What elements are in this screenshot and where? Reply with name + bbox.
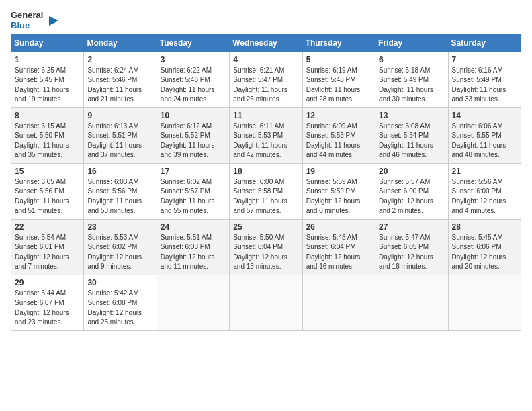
- day-cell-25: 25Sunrise: 5:50 AM Sunset: 6:04 PM Dayli…: [230, 219, 302, 275]
- day-cell-8: 8Sunrise: 6:15 AM Sunset: 5:50 PM Daylig…: [11, 107, 84, 163]
- day-number: 5: [306, 55, 371, 64]
- week-row-4: 22Sunrise: 5:54 AM Sunset: 6:01 PM Dayli…: [11, 219, 521, 275]
- day-detail: Sunrise: 5:59 AM Sunset: 5:59 PM Dayligh…: [306, 177, 371, 216]
- weekday-header-monday: Monday: [84, 34, 157, 52]
- weekday-header-tuesday: Tuesday: [157, 34, 229, 52]
- day-number: 15: [15, 167, 80, 176]
- day-detail: Sunrise: 6:24 AM Sunset: 5:46 PM Dayligh…: [87, 66, 152, 105]
- day-cell-12: 12Sunrise: 6:09 AM Sunset: 5:53 PM Dayli…: [302, 107, 375, 163]
- day-number: 12: [306, 111, 371, 120]
- day-number: 1: [15, 55, 80, 64]
- day-cell-27: 27Sunrise: 5:47 AM Sunset: 6:05 PM Dayli…: [375, 219, 448, 275]
- day-cell-11: 11Sunrise: 6:11 AM Sunset: 5:53 PM Dayli…: [230, 107, 302, 163]
- weekday-header-wednesday: Wednesday: [230, 34, 302, 52]
- day-detail: Sunrise: 6:19 AM Sunset: 5:48 PM Dayligh…: [306, 66, 371, 105]
- day-cell-21: 21Sunrise: 5:56 AM Sunset: 6:00 PM Dayli…: [448, 163, 521, 219]
- day-cell-28: 28Sunrise: 5:45 AM Sunset: 6:06 PM Dayli…: [448, 219, 521, 275]
- day-cell-22: 22Sunrise: 5:54 AM Sunset: 6:01 PM Dayli…: [11, 219, 84, 275]
- day-detail: Sunrise: 5:50 AM Sunset: 6:04 PM Dayligh…: [233, 233, 298, 272]
- day-number: 6: [379, 55, 444, 64]
- svg-marker-0: [49, 16, 58, 26]
- day-number: 20: [379, 167, 444, 176]
- day-detail: Sunrise: 6:25 AM Sunset: 5:45 PM Dayligh…: [15, 66, 80, 105]
- day-detail: Sunrise: 5:57 AM Sunset: 6:00 PM Dayligh…: [379, 177, 444, 216]
- day-detail: Sunrise: 6:09 AM Sunset: 5:53 PM Dayligh…: [306, 122, 371, 161]
- day-number: 28: [452, 222, 517, 232]
- day-cell-24: 24Sunrise: 5:51 AM Sunset: 6:03 PM Dayli…: [157, 219, 229, 275]
- weekday-header-row: SundayMondayTuesdayWednesdayThursdayFrid…: [11, 34, 521, 52]
- day-number: 22: [15, 222, 80, 232]
- weekday-header-sunday: Sunday: [11, 34, 84, 52]
- day-number: 27: [379, 222, 444, 232]
- day-detail: Sunrise: 5:47 AM Sunset: 6:05 PM Dayligh…: [379, 233, 444, 272]
- day-detail: Sunrise: 6:16 AM Sunset: 5:49 PM Dayligh…: [452, 66, 517, 105]
- day-cell-14: 14Sunrise: 6:06 AM Sunset: 5:55 PM Dayli…: [448, 107, 521, 163]
- empty-cell: [375, 275, 448, 330]
- page-header: General Blue: [11, 11, 521, 31]
- day-number: 17: [161, 167, 226, 176]
- day-number: 29: [15, 278, 80, 287]
- day-detail: Sunrise: 6:11 AM Sunset: 5:53 PM Dayligh…: [233, 122, 298, 161]
- day-number: 4: [233, 55, 298, 64]
- logo-container: General Blue: [11, 11, 60, 31]
- day-cell-7: 7Sunrise: 6:16 AM Sunset: 5:49 PM Daylig…: [448, 52, 521, 107]
- day-cell-6: 6Sunrise: 6:18 AM Sunset: 5:49 PM Daylig…: [375, 52, 448, 107]
- day-detail: Sunrise: 5:54 AM Sunset: 6:01 PM Dayligh…: [15, 233, 80, 272]
- day-cell-26: 26Sunrise: 5:48 AM Sunset: 6:04 PM Dayli…: [302, 219, 375, 275]
- day-cell-3: 3Sunrise: 6:22 AM Sunset: 5:46 PM Daylig…: [157, 52, 229, 107]
- logo-general: General: [11, 11, 43, 21]
- day-number: 14: [452, 111, 517, 120]
- empty-cell: [230, 275, 302, 330]
- day-number: 30: [87, 278, 152, 287]
- day-detail: Sunrise: 6:18 AM Sunset: 5:49 PM Dayligh…: [379, 66, 444, 105]
- day-cell-5: 5Sunrise: 6:19 AM Sunset: 5:48 PM Daylig…: [302, 52, 375, 107]
- day-detail: Sunrise: 6:00 AM Sunset: 5:58 PM Dayligh…: [233, 177, 298, 216]
- day-detail: Sunrise: 5:42 AM Sunset: 6:08 PM Dayligh…: [87, 289, 152, 328]
- day-number: 18: [233, 167, 298, 176]
- day-number: 7: [452, 55, 517, 64]
- logo-blue: Blue: [11, 21, 43, 31]
- empty-cell: [448, 275, 521, 330]
- day-number: 11: [233, 111, 298, 120]
- calendar-table: SundayMondayTuesdayWednesdayThursdayFrid…: [11, 34, 521, 331]
- day-detail: Sunrise: 6:02 AM Sunset: 5:57 PM Dayligh…: [161, 177, 226, 216]
- day-number: 3: [161, 55, 226, 64]
- empty-cell: [157, 275, 229, 330]
- day-cell-17: 17Sunrise: 6:02 AM Sunset: 5:57 PM Dayli…: [157, 163, 229, 219]
- day-number: 9: [87, 111, 152, 120]
- logo: General Blue: [11, 11, 60, 31]
- day-cell-4: 4Sunrise: 6:21 AM Sunset: 5:47 PM Daylig…: [230, 52, 302, 107]
- day-cell-16: 16Sunrise: 6:03 AM Sunset: 5:56 PM Dayli…: [84, 163, 157, 219]
- weekday-header-saturday: Saturday: [448, 34, 521, 52]
- week-row-1: 1Sunrise: 6:25 AM Sunset: 5:45 PM Daylig…: [11, 52, 521, 107]
- weekday-header-friday: Friday: [375, 34, 448, 52]
- day-number: 23: [87, 222, 152, 232]
- day-detail: Sunrise: 6:21 AM Sunset: 5:47 PM Dayligh…: [233, 66, 298, 105]
- day-cell-10: 10Sunrise: 6:12 AM Sunset: 5:52 PM Dayli…: [157, 107, 229, 163]
- day-number: 24: [161, 222, 226, 232]
- day-number: 25: [233, 222, 298, 232]
- day-cell-2: 2Sunrise: 6:24 AM Sunset: 5:46 PM Daylig…: [84, 52, 157, 107]
- day-cell-30: 30Sunrise: 5:42 AM Sunset: 6:08 PM Dayli…: [84, 275, 157, 330]
- day-number: 19: [306, 167, 371, 176]
- day-detail: Sunrise: 5:48 AM Sunset: 6:04 PM Dayligh…: [306, 233, 371, 272]
- day-number: 13: [379, 111, 444, 120]
- day-number: 21: [452, 167, 517, 176]
- day-detail: Sunrise: 5:53 AM Sunset: 6:02 PM Dayligh…: [87, 233, 152, 272]
- day-cell-9: 9Sunrise: 6:13 AM Sunset: 5:51 PM Daylig…: [84, 107, 157, 163]
- day-detail: Sunrise: 6:05 AM Sunset: 5:56 PM Dayligh…: [15, 177, 80, 216]
- day-detail: Sunrise: 6:13 AM Sunset: 5:51 PM Dayligh…: [87, 122, 152, 161]
- week-row-3: 15Sunrise: 6:05 AM Sunset: 5:56 PM Dayli…: [11, 163, 521, 219]
- day-number: 8: [15, 111, 80, 120]
- day-number: 10: [161, 111, 226, 120]
- empty-cell: [302, 275, 375, 330]
- day-cell-20: 20Sunrise: 5:57 AM Sunset: 6:00 PM Dayli…: [375, 163, 448, 219]
- day-cell-19: 19Sunrise: 5:59 AM Sunset: 5:59 PM Dayli…: [302, 163, 375, 219]
- day-detail: Sunrise: 6:15 AM Sunset: 5:50 PM Dayligh…: [15, 122, 80, 161]
- day-detail: Sunrise: 6:08 AM Sunset: 5:54 PM Dayligh…: [379, 122, 444, 161]
- day-detail: Sunrise: 5:56 AM Sunset: 6:00 PM Dayligh…: [452, 177, 517, 216]
- day-detail: Sunrise: 6:22 AM Sunset: 5:46 PM Dayligh…: [161, 66, 226, 105]
- day-cell-15: 15Sunrise: 6:05 AM Sunset: 5:56 PM Dayli…: [11, 163, 84, 219]
- day-cell-1: 1Sunrise: 6:25 AM Sunset: 5:45 PM Daylig…: [11, 52, 84, 107]
- day-detail: Sunrise: 6:03 AM Sunset: 5:56 PM Dayligh…: [87, 177, 152, 216]
